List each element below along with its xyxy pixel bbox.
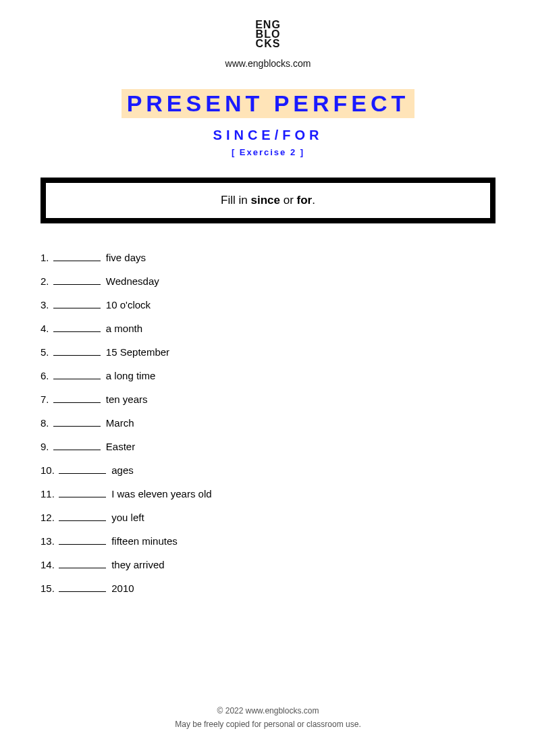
footer-copyright: © 2022 www.engblocks.com: [0, 706, 536, 716]
exercise-item: 12. you left: [41, 510, 495, 524]
instruction-word2: for: [297, 194, 313, 207]
logo-line-3: CKS: [255, 39, 281, 49]
instruction-mid: or: [280, 194, 297, 207]
title-sub: SINCE/FOR: [41, 128, 495, 143]
item-text: March: [103, 417, 134, 429]
exercise-item: 14. they arrived: [41, 558, 495, 572]
item-number: 14.: [41, 559, 55, 570]
item-text: 10 o'clock: [103, 299, 151, 310]
exercise-item: 15. 2010: [41, 581, 495, 595]
exercise-item: 9. Easter: [41, 439, 495, 454]
fill-blank[interactable]: [59, 583, 106, 592]
exercise-item: 3. 10 o'clock: [41, 298, 495, 312]
fill-blank[interactable]: [59, 559, 106, 568]
item-text: ten years: [103, 394, 148, 405]
item-text: a long time: [103, 370, 156, 381]
instruction-post: .: [312, 194, 315, 207]
title-main: PRESENT PERFECT: [122, 89, 415, 118]
exercise-item: 1. five days: [41, 250, 495, 265]
item-number: 6.: [41, 370, 49, 381]
item-text: Easter: [103, 441, 136, 452]
fill-blank[interactable]: [53, 346, 101, 356]
footer-license: May be freely copied for personal or cla…: [0, 720, 536, 729]
exercise-item: 7. ten years: [41, 392, 495, 406]
fill-blank[interactable]: [59, 464, 106, 474]
fill-blank[interactable]: [53, 299, 101, 308]
fill-blank[interactable]: [59, 488, 106, 497]
exercise-item: 4. a month: [41, 321, 495, 335]
item-number: 2.: [41, 275, 49, 287]
exercise-items: 1. five days2. Wednesday3. 10 o'clock4. …: [41, 250, 495, 595]
exercise-item: 10. ages: [41, 463, 495, 477]
item-number: 4.: [41, 323, 49, 334]
item-text: ages: [109, 464, 134, 476]
fill-blank[interactable]: [53, 441, 101, 450]
fill-blank[interactable]: [53, 252, 101, 261]
instruction-word1: since: [250, 194, 279, 207]
item-number: 13.: [41, 535, 55, 547]
exercise-item: 11. I was eleven years old: [41, 487, 495, 501]
fill-blank[interactable]: [59, 535, 106, 545]
item-number: 9.: [41, 441, 49, 452]
item-number: 3.: [41, 299, 49, 310]
item-number: 8.: [41, 417, 49, 429]
item-text: a month: [103, 323, 142, 334]
item-text: you left: [109, 512, 144, 523]
fill-blank[interactable]: [53, 394, 101, 403]
item-text: 15 September: [103, 346, 169, 358]
website-url: www.engblocks.com: [41, 58, 495, 69]
title-block: PRESENT PERFECT SINCE/FOR [ Exercise 2 ]: [41, 89, 495, 157]
exercise-item: 6. a long time: [41, 369, 495, 383]
fill-blank[interactable]: [59, 512, 106, 521]
item-text: five days: [103, 252, 146, 263]
item-text: 2010: [109, 583, 134, 594]
exercise-item: 8. March: [41, 416, 495, 430]
item-text: they arrived: [109, 559, 165, 570]
item-number: 12.: [41, 512, 55, 523]
item-number: 5.: [41, 346, 49, 358]
instruction-box: Fill in since or for.: [41, 178, 495, 223]
page-header: ENG BLO CKS www.engblocks.com: [41, 20, 495, 69]
item-number: 11.: [41, 488, 55, 500]
logo: ENG BLO CKS: [255, 20, 281, 49]
item-text: fifteen minutes: [109, 535, 178, 547]
item-text: I was eleven years old: [109, 488, 212, 500]
page-footer: © 2022 www.engblocks.com May be freely c…: [0, 706, 536, 729]
fill-blank[interactable]: [53, 323, 101, 332]
title-exercise: [ Exercise 2 ]: [41, 147, 495, 157]
item-number: 15.: [41, 583, 55, 594]
exercise-item: 13. fifteen minutes: [41, 534, 495, 548]
fill-blank[interactable]: [53, 370, 101, 379]
item-text: Wednesday: [103, 275, 159, 287]
fill-blank[interactable]: [53, 417, 101, 427]
item-number: 10.: [41, 464, 55, 476]
item-number: 7.: [41, 394, 49, 405]
exercise-item: 5. 15 September: [41, 345, 495, 359]
exercise-item: 2. Wednesday: [41, 274, 495, 288]
item-number: 1.: [41, 252, 49, 263]
instruction-pre: Fill in: [221, 194, 250, 207]
fill-blank[interactable]: [53, 275, 101, 285]
